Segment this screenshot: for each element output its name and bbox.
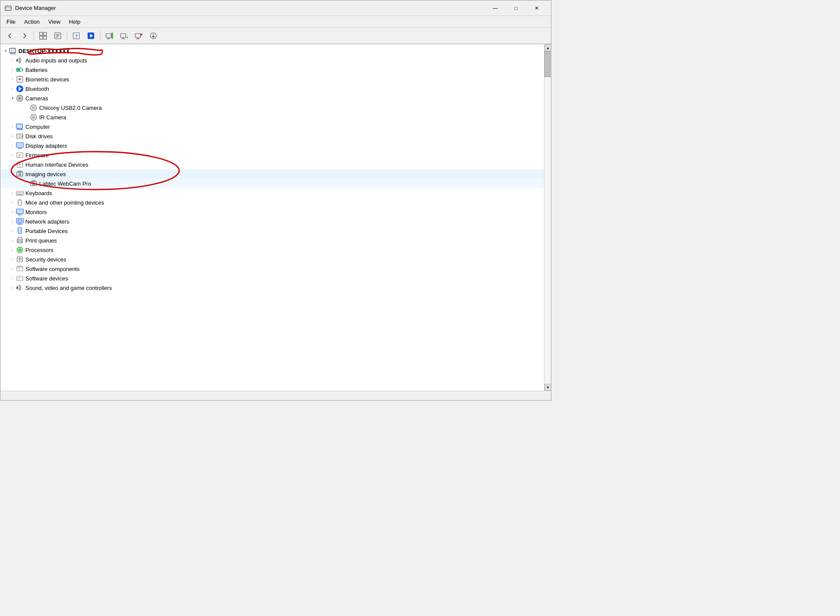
- tree-item-imaging[interactable]: ▾ Imaging devices: [0, 169, 544, 179]
- tree-item-hid[interactable]: › Human Interface Devices: [0, 160, 544, 169]
- batteries-icon: [16, 66, 24, 74]
- svg-rect-96: [17, 219, 23, 223]
- menu-help[interactable]: Help: [65, 17, 84, 26]
- svg-rect-4: [44, 32, 47, 35]
- audio-label: Audio inputs and outputs: [25, 57, 87, 64]
- tree-item-sound[interactable]: › Sound, video and game controllers: [0, 283, 544, 292]
- biometric-expand-icon[interactable]: ›: [9, 76, 16, 83]
- portable-expand-icon[interactable]: ›: [9, 227, 16, 234]
- device-manager-view-button[interactable]: [36, 30, 50, 42]
- tree-item-computer[interactable]: › Computer: [0, 122, 544, 131]
- sound-expand-icon[interactable]: ›: [9, 284, 16, 291]
- hid-expand-icon[interactable]: ›: [9, 161, 16, 168]
- svg-rect-126: [19, 257, 20, 259]
- properties-button[interactable]: [51, 30, 65, 42]
- remove-device-button[interactable]: [132, 30, 146, 42]
- cameras-label: Cameras: [25, 95, 48, 102]
- svg-rect-5: [40, 36, 43, 39]
- tree-item-softwaredev[interactable]: › Software devices: [0, 274, 544, 283]
- scan-button[interactable]: [103, 30, 116, 42]
- softwarecomp-label: Software components: [25, 266, 80, 272]
- tree-item-display[interactable]: › Display adapters: [0, 141, 544, 150]
- chicony-label: Chicony USB2.0 Camera: [39, 105, 102, 111]
- keyboards-label: Keyboards: [25, 190, 52, 196]
- app-icon: [5, 5, 12, 12]
- tree-item-ircamera[interactable]: IR Camera: [0, 112, 544, 122]
- softwarecomp-expand-icon[interactable]: ›: [9, 265, 16, 272]
- scroll-up-button[interactable]: ▲: [544, 44, 551, 51]
- tree-item-chicony[interactable]: Chicony USB2.0 Camera: [0, 103, 544, 112]
- add-device-button[interactable]: +: [117, 30, 131, 42]
- svg-marker-30: [152, 36, 155, 38]
- scroll-track[interactable]: [544, 51, 551, 384]
- mice-label: Mice and other pointing devices: [25, 199, 104, 206]
- keyboards-expand-icon[interactable]: ›: [9, 190, 16, 196]
- tree-item-labtec[interactable]: Labtec WebCam Pro: [0, 179, 544, 188]
- portable-icon: [16, 227, 24, 235]
- tree-item-portable[interactable]: › Portable Devices: [0, 226, 544, 236]
- tree-item-monitors[interactable]: › Monitors: [0, 207, 544, 217]
- scroll-down-button[interactable]: ▼: [544, 384, 551, 391]
- svg-rect-1: [6, 7, 10, 9]
- root-expand-icon[interactable]: ▾: [2, 47, 9, 54]
- firmware-expand-icon[interactable]: ›: [9, 152, 16, 159]
- processors-expand-icon[interactable]: ›: [9, 246, 16, 253]
- batteries-expand-icon[interactable]: ›: [9, 66, 16, 73]
- tree-item-firmware[interactable]: › Firmware: [0, 150, 544, 160]
- tree-item-keyboards[interactable]: › Keyboards: [0, 188, 544, 198]
- print-expand-icon[interactable]: ›: [9, 237, 16, 244]
- disk-expand-icon[interactable]: ›: [9, 133, 16, 140]
- tree-item-bluetooth[interactable]: › Bluetooth: [0, 84, 544, 93]
- tree-item-cameras[interactable]: ▾ Cameras: [0, 93, 544, 103]
- imaging-expand-icon[interactable]: ▾: [9, 171, 16, 177]
- firmware-icon: [16, 151, 24, 159]
- svg-rect-3: [40, 32, 43, 35]
- network-expand-icon[interactable]: ›: [9, 218, 16, 225]
- bluetooth-expand-icon[interactable]: ›: [9, 85, 16, 92]
- help-button[interactable]: ?: [69, 30, 83, 42]
- tree-item-biometric[interactable]: › Biometric devices: [0, 75, 544, 84]
- download-driver-button[interactable]: [146, 30, 160, 42]
- bluetooth-label: Bluetooth: [25, 86, 49, 92]
- minimize-button[interactable]: —: [485, 2, 505, 15]
- tree-root[interactable]: ▾ DESKTOP-XXXXXX: [0, 46, 544, 56]
- tree-item-network[interactable]: › Network adapters: [0, 217, 544, 226]
- svg-point-78: [19, 174, 21, 175]
- monitors-expand-icon[interactable]: ›: [9, 208, 16, 215]
- tree-item-processors[interactable]: › Proces: [0, 245, 544, 255]
- computer-expand-icon[interactable]: ›: [9, 123, 16, 130]
- svg-rect-6: [44, 36, 47, 39]
- ircamera-icon: [30, 113, 37, 121]
- forward-button[interactable]: [18, 30, 31, 42]
- menu-file[interactable]: File: [3, 17, 19, 26]
- display-expand-icon[interactable]: ›: [9, 142, 16, 149]
- portable-label: Portable Devices: [25, 228, 68, 234]
- chicony-icon: [30, 104, 37, 112]
- close-button[interactable]: ✕: [527, 2, 547, 15]
- network-icon: [16, 218, 24, 225]
- maximize-button[interactable]: □: [506, 2, 526, 15]
- mice-expand-icon[interactable]: ›: [9, 199, 16, 206]
- menu-view[interactable]: View: [45, 17, 64, 26]
- computer-icon: [16, 123, 24, 131]
- print-icon: [16, 236, 24, 244]
- tree-item-batteries[interactable]: › Batteries: [0, 65, 544, 75]
- cameras-expand-icon[interactable]: ▾: [9, 95, 16, 102]
- vertical-scrollbar[interactable]: ▲ ▼: [544, 44, 551, 391]
- tree-item-audio[interactable]: › Audio inputs and outputs: [0, 56, 544, 65]
- tree-item-security[interactable]: › Security devices: [0, 255, 544, 264]
- tree-item-mice[interactable]: › Mice and other pointing devices: [0, 198, 544, 207]
- scroll-thumb[interactable]: [544, 51, 551, 77]
- softwaredev-expand-icon[interactable]: ›: [9, 275, 16, 282]
- tree-item-softwarecomp[interactable]: › Software components: [0, 264, 544, 274]
- menu-action[interactable]: Action: [21, 17, 43, 26]
- tree-item-print[interactable]: › Print queues: [0, 236, 544, 245]
- sound-icon: [16, 284, 24, 292]
- run-button[interactable]: [84, 30, 98, 42]
- svg-rect-54: [17, 125, 22, 128]
- device-tree[interactable]: ▾ DESKTOP-XXXXXX ›: [0, 44, 544, 391]
- security-expand-icon[interactable]: ›: [9, 256, 16, 263]
- back-button[interactable]: [3, 30, 17, 42]
- tree-item-disk[interactable]: › Disk drives: [0, 131, 544, 141]
- audio-expand-icon[interactable]: ›: [9, 57, 16, 64]
